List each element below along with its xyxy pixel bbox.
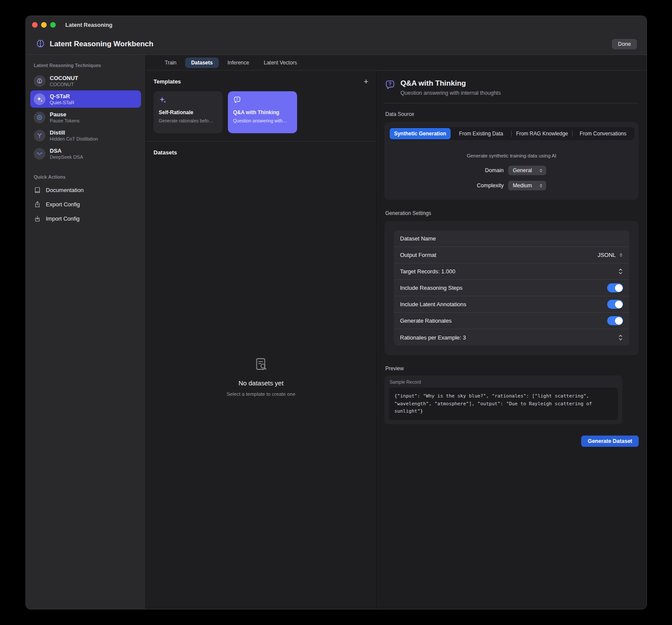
technique-name: Distill [50, 129, 98, 136]
quick-actions-title: Quick Actions [26, 168, 145, 183]
chevron-up-down-icon [539, 168, 543, 173]
domain-value: General [513, 167, 532, 173]
segment-synthetic-generation[interactable]: Synthetic Generation [390, 128, 451, 139]
generate-rationales-toggle[interactable] [607, 316, 623, 325]
dataset-name-field[interactable]: Dataset Name [394, 231, 629, 247]
datasets-empty-state: No datasets yet Select a template to cre… [146, 161, 376, 609]
technique-name: DSA [50, 147, 83, 154]
brain-icon [35, 39, 45, 49]
sidebar-item-dsa[interactable]: DSA DeepSeek DSA [30, 145, 141, 162]
detail-title: Q&A with Thinking [400, 79, 501, 88]
page-title: Latent Reasoning Workbench [50, 40, 154, 48]
rationales-per-example-stepper[interactable] [618, 334, 623, 341]
generate-dataset-button[interactable]: Generate Dataset [581, 436, 639, 447]
titlebar: Latent Reasoning [26, 16, 646, 33]
preview-label: Preview [385, 365, 639, 372]
domain-label: Domain [477, 167, 504, 173]
template-title: Self-Rationale [159, 109, 218, 115]
output-format-popup[interactable]: JSONL [598, 252, 623, 258]
templates-section-title: Templates [154, 78, 181, 85]
segment-from-rag-knowledge[interactable]: From RAG Knowledge [512, 128, 573, 139]
sidebar-item-distill[interactable]: Distill Hidden CoT Distillation [30, 127, 141, 144]
pause-circle-icon [34, 112, 45, 123]
add-template-button[interactable]: + [364, 79, 368, 85]
wave-icon [34, 148, 45, 160]
app-header: Latent Reasoning Workbench Done [26, 33, 646, 55]
sidebar-section-title: Latent Reasoning Techniques [26, 57, 145, 71]
datasets-section-title: Datasets [154, 149, 177, 156]
export-icon [34, 201, 41, 208]
chat-question-icon: ? [384, 80, 396, 91]
data-source-card: Synthetic Generation From Existing Data … [384, 122, 639, 200]
quick-action-label: Export Config [46, 201, 80, 208]
template-description: Generate rationales befo… [159, 118, 218, 123]
done-button[interactable]: Done [612, 39, 637, 49]
tab-datasets[interactable]: Datasets [185, 58, 219, 68]
template-description: Question answering with… [233, 118, 292, 123]
tab-latent-vectors[interactable]: Latent Vectors [258, 58, 303, 68]
sidebar-item-pause[interactable]: Pause Pause Tokens [30, 109, 141, 126]
preview-panel: Sample Record {"input": "Why is the sky … [384, 375, 622, 424]
import-icon [34, 215, 41, 222]
tab-inference[interactable]: Inference [221, 58, 255, 68]
book-icon [34, 186, 41, 194]
sidebar-item-qstar[interactable]: Q-STaR Quiet-STaR [30, 90, 141, 108]
quick-action-label: Import Config [46, 215, 80, 222]
app-window: Latent Reasoning Latent Reasoning Workbe… [26, 16, 647, 609]
technique-name: Q-STaR [50, 93, 74, 99]
svg-text:?: ? [236, 98, 238, 101]
complexity-popup[interactable]: Medium [508, 181, 546, 190]
tab-bar: Train Datasets Inference Latent Vectors [146, 55, 646, 71]
template-card-self-rationale[interactable]: Self-Rationale Generate rationales befo… [154, 91, 223, 133]
complexity-label: Complexity [477, 183, 504, 189]
chevron-up-down-icon [539, 183, 543, 188]
tab-train[interactable]: Train [159, 58, 182, 68]
sidebar-item-coconut[interactable]: COCONUT COCONUT [30, 72, 141, 90]
sample-record-label: Sample Record [390, 379, 618, 385]
domain-popup[interactable]: General [508, 166, 546, 175]
include-latent-annotations-toggle[interactable] [607, 300, 623, 309]
quick-action-documentation[interactable]: Documentation [26, 183, 145, 197]
sample-record-code: {"input": "Why is the sky blue?", "ratio… [389, 388, 618, 420]
document-search-icon [253, 357, 269, 372]
include-reasoning-steps-row: Include Reasoning Steps [394, 280, 629, 296]
target-records-stepper[interactable] [618, 268, 623, 275]
technique-name: Pause [50, 111, 80, 118]
technique-subtitle: Hidden CoT Distillation [50, 136, 98, 141]
template-title: Q&A with Thinking [233, 109, 292, 115]
output-format-value: JSONL [598, 252, 616, 258]
chat-question-icon: ? [233, 96, 292, 106]
technique-name: COCONUT [50, 75, 78, 81]
data-source-description: Generate synthetic training data using A… [389, 153, 634, 158]
quick-action-export-config[interactable]: Export Config [26, 197, 145, 212]
templates-column: Templates + Self-Rationale [146, 71, 377, 609]
generate-rationales-row: Generate Rationales [394, 313, 629, 329]
detail-subtitle: Question answering with internal thought… [400, 90, 501, 96]
traffic-lights [32, 22, 56, 28]
quick-action-import-config[interactable]: Import Config [26, 212, 145, 226]
include-reasoning-steps-toggle[interactable] [607, 283, 623, 292]
segment-from-conversations[interactable]: From Conversations [573, 128, 634, 139]
chevron-up-down-icon [619, 253, 623, 257]
quick-action-label: Documentation [46, 187, 83, 193]
template-card-qa-with-thinking[interactable]: ? Q&A with Thinking Question answering w… [228, 91, 297, 133]
segment-from-existing-data[interactable]: From Existing Data [451, 128, 512, 139]
brain-icon [34, 75, 45, 87]
close-window-button[interactable] [32, 22, 38, 28]
generation-settings-card: Dataset Name Output Format JSONL [384, 221, 639, 355]
technique-subtitle: DeepSeek DSA [50, 154, 83, 160]
minimize-window-button[interactable] [41, 22, 47, 28]
zoom-window-button[interactable] [50, 22, 56, 28]
detail-panel: ? Q&A with Thinking Question answering w… [377, 71, 646, 609]
target-records-row: Target Records: 1.000 [394, 263, 629, 280]
rationales-per-example-row: Rationales per Example: 3 [394, 329, 629, 346]
output-format-row: Output Format JSONL [394, 247, 629, 263]
empty-state-subtitle: Select a template to create one [227, 391, 295, 397]
divider [384, 103, 639, 103]
technique-subtitle: COCONUT [50, 82, 78, 87]
sparkles-icon [34, 93, 45, 105]
complexity-value: Medium [513, 183, 532, 189]
data-source-segmented-control: Synthetic Generation From Existing Data … [389, 127, 634, 140]
generation-settings-label: Generation Settings [385, 210, 639, 216]
empty-state-title: No datasets yet [238, 379, 283, 387]
